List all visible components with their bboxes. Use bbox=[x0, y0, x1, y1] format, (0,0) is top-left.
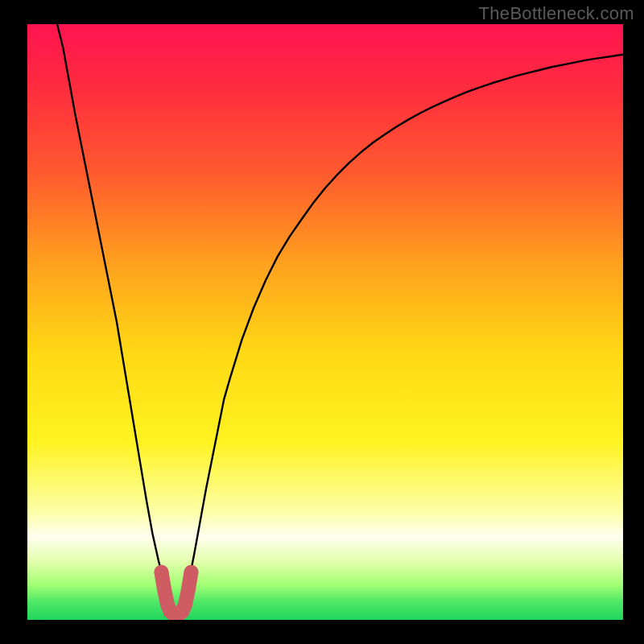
plot-area bbox=[27, 24, 623, 620]
chart-svg bbox=[27, 24, 623, 620]
marker-endpoint bbox=[184, 565, 199, 580]
watermark-label: TheBottleneck.com bbox=[479, 3, 634, 24]
chart-frame: TheBottleneck.com bbox=[0, 0, 644, 644]
marker-endpoint bbox=[155, 565, 169, 580]
